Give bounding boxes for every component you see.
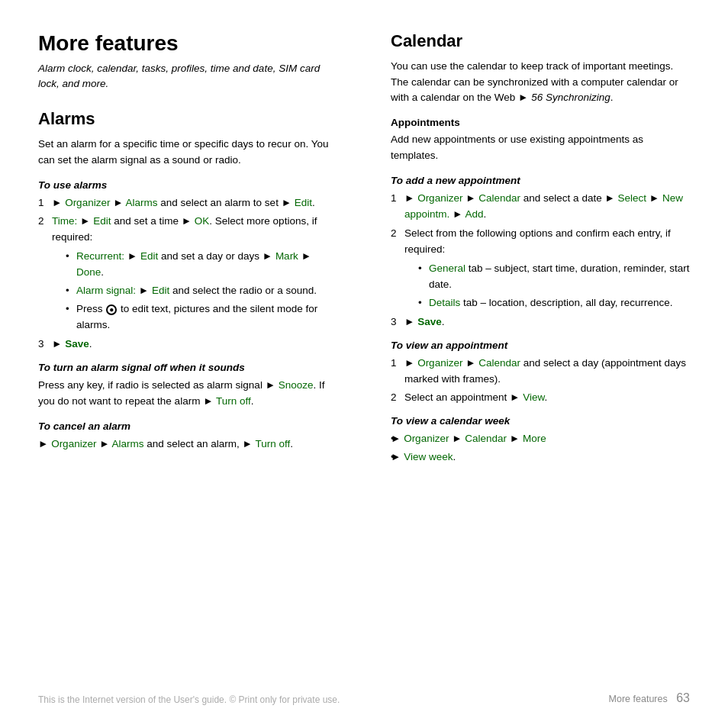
- bullet-item: Press ● to edit text, pictures and the s…: [66, 301, 337, 333]
- content-area: More features Alarm clock, calendar, tas…: [38, 31, 690, 684]
- subsection-cancel-title: To cancel an alarm: [38, 420, 337, 432]
- step-item: 3 ► Save.: [391, 314, 690, 330]
- bullet-item: General tab – subject, start time, durat…: [418, 261, 690, 293]
- footer-note: This is the Internet version of the User…: [38, 694, 340, 705]
- step-item: 2 Select an appointment ► View.: [391, 390, 690, 406]
- page-title: More features: [38, 31, 337, 56]
- alarms-body: Set an alarm for a specific time or spec…: [38, 137, 337, 169]
- step-item: 3 ► Save.: [38, 337, 337, 353]
- subsection-use-alarms-title: To use alarms: [38, 179, 337, 191]
- step-item: 1 ► Organizer ► Calendar and select a da…: [391, 191, 690, 223]
- subsection-add-appt-title: To add a new appointment: [391, 175, 690, 186]
- view-appt-steps: 1 ► Organizer ► Calendar and select a da…: [391, 356, 690, 407]
- bullet-item: ► View week.: [391, 449, 690, 465]
- subsection-turnoff-title: To turn an alarm signal off when it soun…: [38, 362, 337, 373]
- step-item: 2 Time: ► Edit and set a time ► OK. Sele…: [38, 214, 337, 333]
- subsection-view-week-title: To view a calendar week: [391, 415, 690, 427]
- page-subtitle: Alarm clock, calendar, tasks, profiles, …: [38, 61, 337, 92]
- appointments-label: Appointments: [391, 117, 690, 128]
- footer-page: More features 63: [609, 691, 690, 705]
- step-item: 1 ► Organizer ► Alarms and select an ala…: [38, 195, 337, 211]
- footer-page-number: 63: [676, 691, 690, 704]
- step-item: 2 Select from the following options and …: [391, 226, 690, 311]
- page: More features Alarm clock, calendar, tas…: [0, 0, 728, 728]
- step-item: 1 ► Organizer ► Calendar and select a da…: [391, 356, 690, 388]
- bullet-item: Recurrent: ► Edit and set a day or days …: [66, 249, 337, 281]
- alarms-title: Alarms: [38, 108, 337, 130]
- view-week-bullets: ► Organizer ► Calendar ► More ► View wee…: [391, 431, 690, 465]
- right-column: Calendar You can use the calendar to kee…: [383, 31, 690, 684]
- subsection-view-appt-title: To view an appointment: [391, 340, 690, 351]
- cancel-body: ► Organizer ► Alarms and select an alarm…: [38, 436, 337, 453]
- footer: This is the Internet version of the User…: [38, 684, 690, 705]
- calendar-body: You can use the calendar to keep track o…: [391, 59, 690, 107]
- step2-bullets: Recurrent: ► Edit and set a day or days …: [66, 249, 337, 333]
- bullet-item: Details tab – location, description, all…: [418, 295, 690, 311]
- add-appt-bullets: General tab – subject, start time, durat…: [418, 261, 690, 311]
- use-alarms-steps: 1 ► Organizer ► Alarms and select an ala…: [38, 195, 337, 353]
- footer-section-label: More features: [609, 694, 668, 704]
- turnoff-body: Press any key, if radio is selected as a…: [38, 378, 337, 410]
- bullet-item: Alarm signal: ► Edit and select the radi…: [66, 283, 337, 299]
- add-appt-steps: 1 ► Organizer ► Calendar and select a da…: [391, 191, 690, 330]
- appointments-body: Add new appointments or use existing app…: [391, 132, 690, 164]
- calendar-title: Calendar: [391, 31, 690, 53]
- circle-icon: ●: [106, 304, 117, 315]
- left-column: More features Alarm clock, calendar, tas…: [38, 31, 353, 684]
- bullet-item: ► Organizer ► Calendar ► More: [391, 431, 690, 447]
